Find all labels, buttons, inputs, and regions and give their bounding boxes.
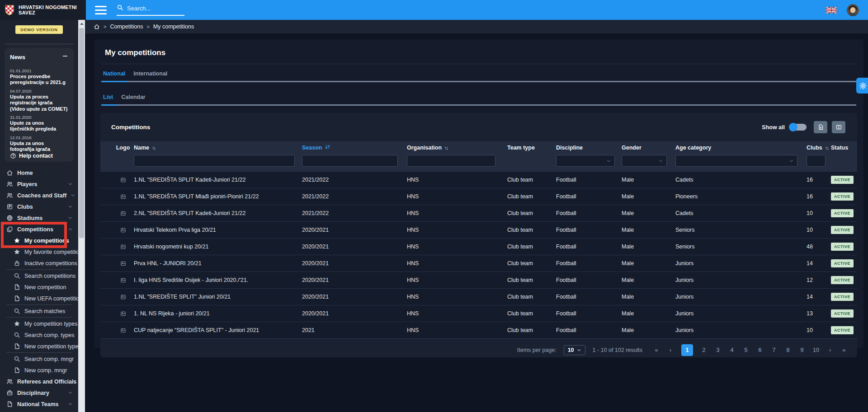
- sidebar-item-competitions[interactable]: Competitions: [0, 224, 78, 235]
- sidebar-item-search-comp-types[interactable]: Search comp. types: [0, 329, 78, 341]
- next-page-button[interactable]: ›: [827, 347, 833, 353]
- page-5-button[interactable]: 5: [743, 347, 749, 353]
- clubs-filter-input[interactable]: [807, 155, 826, 167]
- items-per-page-select[interactable]: 10: [564, 345, 585, 355]
- page-6-button[interactable]: 6: [757, 347, 763, 353]
- table-title: Competitions: [111, 124, 150, 131]
- sidebar-item-clubs[interactable]: Clubs: [0, 201, 78, 212]
- cell-name[interactable]: I. liga HNS Središte Osijek - Juniori 20…: [134, 277, 302, 283]
- column-header-clubs[interactable]: Clubs↑↓: [807, 145, 831, 151]
- minimize-icon[interactable]: [62, 53, 68, 61]
- cell-team_type: Club team: [507, 210, 556, 216]
- table-row[interactable]: Hrvatski Telekom Prva liga 20/212020/202…: [100, 221, 857, 238]
- sidebar-item-stadiums[interactable]: Stadiums: [0, 212, 78, 224]
- cell-name[interactable]: Hrvatski Telekom Prva liga 20/21: [134, 227, 302, 233]
- cell-name[interactable]: 1. NL NS Rijeka - juniori 20/21: [134, 310, 302, 317]
- search-input[interactable]: [127, 5, 177, 12]
- sidebar-item-disciplinary[interactable]: Disciplinary: [0, 387, 78, 398]
- sort-icon[interactable]: ↑↓: [825, 145, 829, 150]
- tab-list[interactable]: List: [101, 94, 119, 104]
- table-row[interactable]: I. liga HNS Središte Osijek - Juniori 20…: [100, 272, 857, 288]
- age_category-filter-select[interactable]: [675, 155, 797, 167]
- tab-calendar[interactable]: Calendar: [119, 94, 152, 104]
- sidebar-item-search-comp-mngr[interactable]: Search comp. mngr: [0, 353, 78, 365]
- page-3-button[interactable]: 3: [715, 347, 721, 353]
- column-settings-button[interactable]: [832, 121, 845, 133]
- global-search[interactable]: [117, 4, 184, 16]
- table-row[interactable]: CUP natjecanje "SREDIŠTA SPLIT" - Junior…: [100, 322, 857, 338]
- table-row[interactable]: 1.NL "SREDIŠTA SPLIT Kadeti-Juniori 21/2…: [100, 171, 857, 188]
- sidebar-item-new-uefa-competition[interactable]: New UEFA competition: [0, 293, 78, 304]
- tab-national[interactable]: National: [101, 70, 132, 81]
- news-item[interactable]: 04.07.2020Uputa za proces registracije i…: [10, 89, 68, 112]
- column-header-name[interactable]: Name↑↓: [134, 145, 302, 151]
- last-page-button[interactable]: »: [841, 347, 847, 353]
- sidebar-scrollbar[interactable]: [78, 20, 85, 412]
- first-page-button[interactable]: «: [653, 347, 660, 353]
- table-row[interactable]: Hrvatski nogometni kup 20/212020/2021HNS…: [100, 238, 857, 255]
- cell-name[interactable]: 1.NL "SREDIŠTA SPLIT Kadeti-Juniori 21/2…: [134, 177, 302, 183]
- table-row[interactable]: 1.NL "SREDIŠTA SPLIT Mlađi pioniri-Pioni…: [100, 188, 857, 205]
- column-header-organisation[interactable]: Organisation↑↓: [407, 145, 507, 151]
- column-label: Logo: [116, 145, 130, 151]
- sort-desc-icon[interactable]: [325, 144, 330, 151]
- page-1-button[interactable]: 1: [681, 344, 693, 356]
- settings-flyout-button[interactable]: [856, 78, 868, 94]
- language-flag-icon[interactable]: [826, 7, 837, 14]
- sidebar-item-new-competition[interactable]: New competition: [0, 281, 78, 293]
- organisation-filter-input[interactable]: [407, 155, 495, 167]
- table-row[interactable]: Prva HNL - JUNIORI 20/212020/2021HNSClub…: [100, 255, 857, 272]
- menu-toggle-icon[interactable]: [95, 6, 107, 14]
- page-4-button[interactable]: 4: [729, 347, 735, 353]
- news-item[interactable]: 12.01.2018Uputa za unos fotografija igra…: [10, 135, 68, 153]
- user-avatar[interactable]: [847, 4, 859, 16]
- help-contact-link[interactable]: Help contact: [10, 153, 68, 160]
- discipline-filter-select[interactable]: [556, 155, 615, 167]
- news-item[interactable]: 01.01.2021Proces provedbe preregistracij…: [10, 68, 68, 86]
- cell-name[interactable]: 1.NL "SREDIŠTE SPLIT" Juniori 20/21: [134, 294, 302, 300]
- sidebar-item-players[interactable]: Players: [0, 178, 78, 190]
- sort-icon[interactable]: ↑↓: [152, 145, 156, 150]
- column-header-season[interactable]: Season: [302, 144, 407, 151]
- sidebar-item-coaches-and-staff[interactable]: Coaches and Staff: [0, 190, 78, 201]
- cell-name[interactable]: CUP natjecanje "SREDIŠTA SPLIT" - Junior…: [134, 327, 302, 333]
- sidebar-item-home[interactable]: Home: [0, 167, 78, 178]
- page-10-button[interactable]: 10: [813, 347, 819, 353]
- cell-name[interactable]: Hrvatski nogometni kup 20/21: [134, 243, 302, 250]
- cell-name[interactable]: 2.NL "SREDIŠTA SPLIT Kadeti-Juniori 21/2…: [134, 210, 302, 216]
- sidebar-item-new-competition-type[interactable]: New competition type: [0, 341, 78, 352]
- season-filter-input[interactable]: [302, 155, 398, 167]
- sidebar-item-new-comp-mngr[interactable]: New comp. mngr: [0, 365, 78, 376]
- page-9-button[interactable]: 9: [799, 347, 805, 353]
- prev-page-button[interactable]: ‹: [667, 347, 674, 353]
- sort-icon[interactable]: ↑↓: [444, 145, 448, 150]
- breadcrumb-my-competitions[interactable]: My competitions: [153, 23, 194, 30]
- table-row[interactable]: 1.NL "SREDIŠTE SPLIT" Juniori 20/212020/…: [100, 288, 857, 305]
- cell-name[interactable]: Prva HNL - JUNIORI 20/21: [134, 260, 302, 267]
- sidebar-item-referees-and-officials[interactable]: Referees and Officials: [0, 376, 78, 387]
- cell-name[interactable]: 1.NL "SREDIŠTA SPLIT Mlađi pioniri-Pioni…: [134, 193, 302, 200]
- page-7-button[interactable]: 7: [771, 347, 777, 353]
- scrollbar-thumb[interactable]: [79, 28, 84, 238]
- export-excel-button[interactable]: [814, 121, 827, 133]
- sidebar-item-inactive-competitions[interactable]: Inactive competitions: [0, 258, 78, 269]
- sidebar-item-search-competitions[interactable]: Search competitions: [0, 270, 78, 281]
- gender-filter-select[interactable]: [622, 155, 667, 167]
- sidebar-item-my-competition-types[interactable]: My competition types: [0, 318, 78, 329]
- table-row[interactable]: 1. NL NS Rijeka - juniori 20/212020/2021…: [100, 305, 857, 322]
- sidebar-item-national-teams[interactable]: National Teams: [0, 398, 78, 410]
- cell-age_category: Juniors: [675, 310, 807, 317]
- scrollbar-up-arrow[interactable]: [78, 20, 85, 27]
- page-8-button[interactable]: 8: [785, 347, 791, 353]
- news-item[interactable]: 31.01.2020Upute za unos liječničkih preg…: [10, 115, 68, 132]
- breadcrumb-competitions[interactable]: Competitions: [110, 23, 143, 30]
- page-2-button[interactable]: 2: [701, 347, 707, 353]
- sidebar-item-my-favorite-competitions[interactable]: My favorite competitions: [0, 246, 78, 258]
- name-filter-input[interactable]: [134, 155, 295, 167]
- home-icon[interactable]: [94, 23, 100, 30]
- show-all-toggle[interactable]: [789, 124, 807, 131]
- table-row[interactable]: 2.NL "SREDIŠTA SPLIT Kadeti-Juniori 21/2…: [100, 205, 857, 221]
- sidebar-item-my-competitions[interactable]: My competitions: [0, 235, 78, 246]
- tab-international[interactable]: International: [132, 70, 174, 81]
- sidebar-item-search-matches[interactable]: Search matches: [0, 305, 78, 317]
